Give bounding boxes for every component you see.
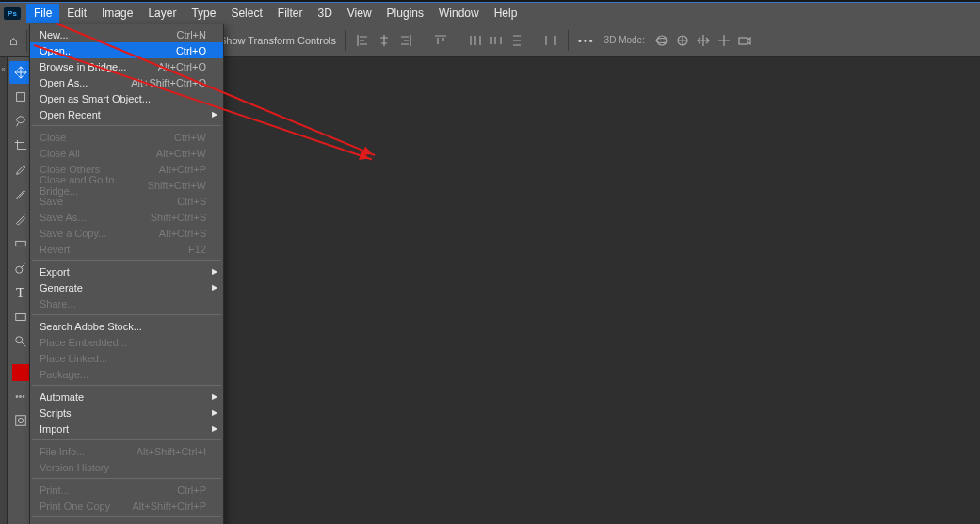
lasso-tool[interactable]: [9, 110, 32, 133]
submenu-arrow-icon: ▶: [212, 283, 217, 292]
menu-item-label: Automate: [40, 391, 84, 403]
roll-icon[interactable]: [675, 33, 690, 48]
menu-item-shortcut: Ctrl+O: [176, 45, 206, 56]
file-menu-item[interactable]: Search Adobe Stock...: [30, 318, 223, 334]
distribute-spacing-icon[interactable]: [489, 33, 504, 48]
menu-item-label: Share...: [40, 298, 76, 310]
submenu-arrow-icon: ▶: [212, 424, 217, 433]
menu-select[interactable]: Select: [223, 4, 269, 23]
menu-item-label: Export: [40, 266, 70, 278]
file-menu-item: Version History: [30, 459, 223, 475]
gradient-tool[interactable]: [9, 232, 32, 255]
menu-item-label: Print...: [40, 484, 70, 496]
menu-3d[interactable]: 3D: [310, 4, 339, 23]
menu-item-label: Open...: [40, 45, 73, 56]
file-menu-item[interactable]: Open As...Alt+Shift+Ctrl+O: [30, 74, 223, 90]
divider: [345, 30, 346, 51]
menu-item-label: Open as Smart Object...: [40, 93, 151, 104]
zoom-tool[interactable]: [9, 330, 32, 353]
menu-type[interactable]: Type: [184, 4, 223, 23]
panel-collapse-gutter[interactable]: «: [0, 57, 8, 524]
file-menu-item[interactable]: Open as Smart Object...: [30, 90, 223, 106]
file-menu-item: Close and Go to Bridge...Shift+Ctrl+W: [30, 177, 223, 193]
align-center-icon[interactable]: [377, 33, 392, 48]
rectangle-tool[interactable]: [9, 306, 32, 328]
svg-point-0: [657, 36, 667, 45]
file-menu-item[interactable]: New...Ctrl+N: [30, 26, 223, 42]
file-menu-item: SaveCtrl+S: [30, 193, 223, 209]
align-left-icon[interactable]: [356, 33, 371, 48]
quick-mask-icon[interactable]: [9, 409, 32, 432]
menu-view[interactable]: View: [340, 4, 379, 23]
align-right-icon[interactable]: [397, 33, 412, 48]
file-menu-item[interactable]: Open...Ctrl+O: [30, 42, 223, 58]
menu-item-shortcut: Ctrl+W: [174, 132, 206, 143]
file-menu-item[interactable]: Automate▶: [30, 389, 223, 405]
file-menu-item[interactable]: Scripts▶: [30, 405, 223, 421]
move-tool[interactable]: [9, 61, 32, 84]
distribute-h-icon[interactable]: [468, 33, 483, 48]
menu-image[interactable]: Image: [94, 4, 140, 23]
file-menu-item[interactable]: Import▶: [30, 421, 223, 437]
file-menu-item[interactable]: Generate▶: [30, 279, 223, 295]
menu-layer[interactable]: Layer: [140, 4, 184, 23]
menu-separator: [32, 516, 221, 517]
menu-item-label: Open As...: [40, 77, 88, 88]
eyedropper-tool[interactable]: [9, 159, 32, 182]
history-brush-tool[interactable]: [9, 208, 32, 230]
svg-point-6: [15, 266, 22, 273]
file-menu-item: File Info...Alt+Shift+Ctrl+I: [30, 443, 223, 459]
menu-item-label: Browse in Bridge...: [40, 61, 126, 72]
menu-filter[interactable]: Filter: [270, 4, 311, 23]
file-menu-item: Close AllAlt+Ctrl+W: [30, 145, 223, 161]
foreground-color-swatch[interactable]: [10, 362, 31, 383]
svg-rect-3: [739, 38, 747, 44]
dodge-tool[interactable]: [9, 257, 32, 279]
menu-file[interactable]: File: [26, 4, 59, 23]
home-icon[interactable]: ⌂: [9, 33, 17, 48]
menu-edit[interactable]: Edit: [59, 4, 94, 23]
menu-help[interactable]: Help: [487, 4, 525, 23]
file-menu-item: CloseCtrl+W: [30, 129, 223, 145]
menu-item-shortcut: Shift+Ctrl+W: [148, 180, 206, 191]
camera-icon[interactable]: [737, 33, 752, 48]
distribute-v2-icon[interactable]: [543, 33, 558, 48]
file-menu-item[interactable]: Open Recent▶: [30, 106, 223, 122]
file-menu-item: Print...Ctrl+P: [30, 482, 223, 498]
artboard-tool[interactable]: [9, 86, 32, 108]
menu-item-shortcut: Alt+Ctrl+W: [156, 148, 206, 159]
mode-3d-label: 3D Mode:: [604, 35, 645, 45]
edit-toolbar-icon[interactable]: •••: [9, 385, 32, 407]
orbit-icon[interactable]: [654, 33, 669, 48]
menu-item-shortcut: Alt+Shift+Ctrl+P: [132, 500, 206, 512]
menu-item-shortcut: Alt+Ctrl+O: [158, 61, 206, 72]
divider: [26, 30, 27, 51]
menu-item-shortcut: F12: [188, 244, 206, 255]
slide-icon[interactable]: [716, 33, 731, 48]
crop-tool[interactable]: [9, 135, 32, 157]
menu-item-label: Version History: [40, 462, 109, 473]
align-group: [356, 33, 448, 48]
align-top-icon[interactable]: [433, 33, 448, 48]
menu-item-label: Close: [40, 132, 66, 143]
file-menu-item: Place Linked...: [30, 350, 223, 366]
file-menu-item: Print One CopyAlt+Shift+Ctrl+P: [30, 498, 223, 514]
file-menu-item: Save As...Shift+Ctrl+S: [30, 209, 223, 225]
brush-tool[interactable]: [9, 183, 32, 206]
menu-item-shortcut: Ctrl+N: [177, 29, 206, 40]
type-tool[interactable]: T: [9, 281, 32, 304]
file-menu-item: Package...: [30, 366, 223, 382]
menu-window[interactable]: Window: [431, 4, 487, 23]
menu-item-label: Place Embedded...: [40, 337, 127, 348]
menu-item-label: Save As...: [40, 212, 87, 223]
file-menu-item[interactable]: ExitCtrl+Q: [30, 520, 223, 524]
submenu-arrow-icon: ▶: [212, 267, 217, 276]
divider: [458, 30, 458, 51]
more-options-icon[interactable]: •••: [578, 35, 595, 46]
menu-plugins[interactable]: Plugins: [379, 4, 431, 23]
file-menu-item[interactable]: Browse in Bridge...Alt+Ctrl+O: [30, 58, 223, 74]
distribute-v-icon[interactable]: [509, 33, 524, 48]
file-menu-item[interactable]: Export▶: [30, 263, 223, 279]
pan-icon[interactable]: [696, 33, 711, 48]
menu-item-shortcut: Shift+Ctrl+S: [151, 212, 206, 223]
